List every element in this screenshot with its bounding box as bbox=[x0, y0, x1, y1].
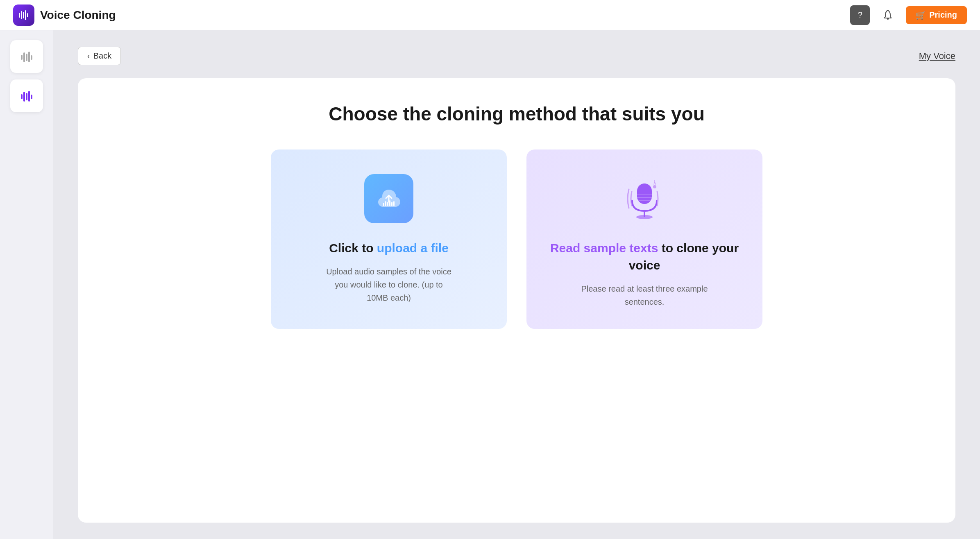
record-description: Please read at least three example sente… bbox=[579, 282, 710, 308]
card-title: Choose the cloning method that suits you bbox=[329, 103, 704, 125]
sidebar-item-1[interactable] bbox=[10, 40, 43, 73]
header-logo: Voice Cloning bbox=[13, 5, 116, 26]
help-button[interactable]: ? bbox=[850, 5, 870, 25]
svg-rect-4 bbox=[27, 13, 28, 17]
sidebar-icon-1 bbox=[18, 48, 35, 65]
svg-rect-3 bbox=[25, 10, 26, 20]
svg-rect-1 bbox=[21, 11, 22, 19]
mic-icon-wrapper bbox=[620, 174, 669, 223]
content: ‹ Back My Voice Choose the cloning metho… bbox=[53, 30, 980, 539]
svg-rect-9 bbox=[31, 55, 32, 60]
pricing-label: Pricing bbox=[929, 10, 957, 20]
notification-button[interactable] bbox=[878, 5, 898, 25]
svg-rect-13 bbox=[28, 91, 30, 102]
top-bar: ‹ Back My Voice bbox=[78, 47, 955, 65]
svg-rect-16 bbox=[385, 201, 386, 206]
microphone-icon bbox=[622, 176, 667, 221]
svg-rect-2 bbox=[23, 12, 24, 18]
svg-rect-19 bbox=[391, 202, 392, 206]
svg-rect-18 bbox=[389, 200, 390, 206]
app-title: Voice Cloning bbox=[40, 9, 116, 22]
svg-rect-20 bbox=[393, 201, 395, 206]
record-option-card[interactable]: Read sample texts to clone your voice Pl… bbox=[526, 149, 762, 329]
svg-rect-6 bbox=[23, 52, 25, 62]
svg-rect-5 bbox=[21, 55, 23, 60]
svg-rect-10 bbox=[21, 94, 23, 99]
svg-rect-17 bbox=[387, 202, 388, 206]
svg-point-26 bbox=[636, 215, 653, 219]
upload-title-link: upload a file bbox=[377, 241, 449, 255]
main-card: Choose the cloning method that suits you bbox=[78, 78, 955, 523]
pricing-button[interactable]: 🛒 Pricing bbox=[906, 6, 967, 24]
sidebar-item-2[interactable] bbox=[10, 79, 43, 112]
svg-rect-8 bbox=[28, 52, 30, 62]
svg-rect-12 bbox=[26, 93, 27, 100]
my-voice-link[interactable]: My Voice bbox=[919, 51, 955, 61]
header: Voice Cloning ? 🛒 Pricing bbox=[0, 0, 980, 30]
upload-icon-wrapper bbox=[364, 174, 413, 223]
bell-icon bbox=[882, 9, 894, 21]
upload-icon bbox=[374, 184, 404, 213]
main-layout: ‹ Back My Voice Choose the cloning metho… bbox=[0, 30, 980, 539]
svg-rect-11 bbox=[23, 92, 25, 102]
upload-title: Click to upload a file bbox=[329, 240, 449, 257]
upload-title-prefix: Click to bbox=[329, 241, 377, 255]
svg-rect-7 bbox=[26, 54, 27, 61]
upload-description: Upload audio samples of the voice you wo… bbox=[323, 265, 454, 304]
record-title: Read sample texts to clone your voice bbox=[543, 240, 746, 274]
question-icon: ? bbox=[858, 10, 862, 20]
chevron-left-icon: ‹ bbox=[87, 51, 90, 61]
options-row: Click to upload a file Upload audio samp… bbox=[271, 149, 762, 329]
back-button[interactable]: ‹ Back bbox=[78, 47, 121, 65]
svg-rect-0 bbox=[19, 13, 20, 18]
svg-point-27 bbox=[653, 185, 656, 188]
header-actions: ? 🛒 Pricing bbox=[850, 5, 967, 25]
svg-rect-14 bbox=[31, 95, 32, 99]
back-label: Back bbox=[93, 51, 111, 61]
svg-rect-15 bbox=[383, 203, 384, 206]
cart-icon: 🛒 bbox=[916, 10, 926, 20]
logo-icon bbox=[13, 5, 34, 26]
record-title-link: Read sample texts bbox=[550, 241, 658, 255]
sidebar bbox=[0, 30, 53, 539]
upload-option-card[interactable]: Click to upload a file Upload audio samp… bbox=[271, 149, 507, 329]
sidebar-icon-2 bbox=[18, 88, 35, 104]
